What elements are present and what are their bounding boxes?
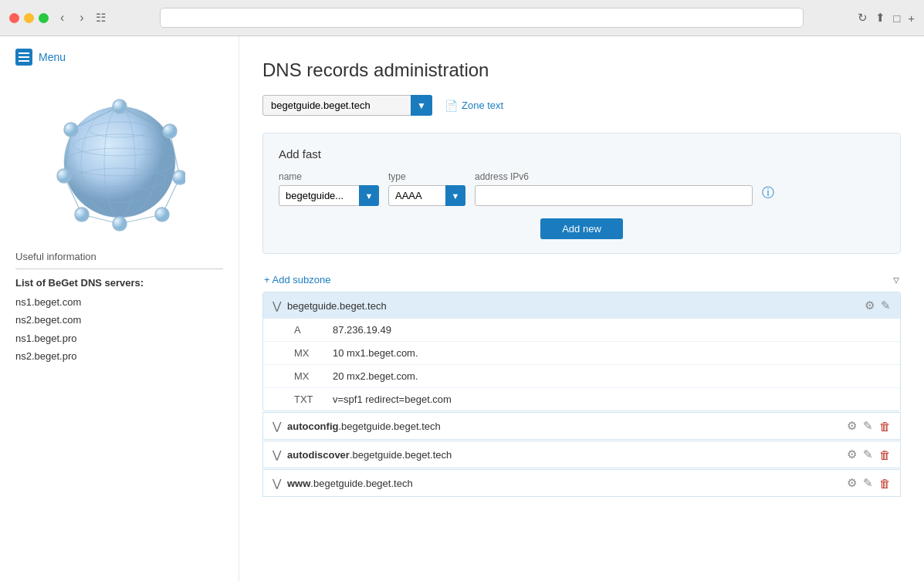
domain-select[interactable]: begetguide.beget.tech [262,95,432,116]
subzone-name-2: www.begetguide.beget.tech [287,478,413,489]
main-content: DNS records administration begetguide.be… [239,36,924,581]
tab-icon: ☷ [96,11,106,25]
subzone-suffix-0: .begetguide.beget.tech [338,421,440,432]
info-icon[interactable]: ⓘ [762,185,774,201]
subzone-actions-2: ⚙ ✎ 🗑 [847,476,891,490]
add-fast-form: name begetguide... ▼ type AAAA ▼ [279,171,885,206]
subzone-left-2: ⋁ www.begetguide.beget.tech [272,477,413,489]
address-label: address IPv6 [475,171,753,182]
type-label: type [388,171,465,182]
svg-point-18 [163,124,177,138]
window-chrome: ‹ › ☷ ↻ ⬆ □ + [0,0,924,36]
share-icon[interactable]: ⬆ [875,11,885,25]
subzone-prefix-1: autodiscover [287,449,350,461]
subzone-edit-2[interactable]: ✎ [863,476,873,490]
svg-point-20 [173,171,185,184]
menu-button[interactable]: Menu [15,49,66,66]
subzone-prefix-0: autoconfig [287,421,338,432]
add-fast-panel: Add fast name begetguide... ▼ type [262,133,901,254]
svg-point-17 [113,100,127,113]
useful-info-title: Useful information [15,251,223,262]
record-type-3: TXT [294,394,333,405]
zone-actions: ⚙ ✎ [865,299,891,312]
type-select[interactable]: AAAA [388,185,465,206]
zone-text-label: Zone text [462,100,503,111]
subzone-row-0: ⋁ autoconfig.begetguide.beget.tech ⚙ ✎ 🗑 [262,412,901,440]
fullscreen-button[interactable] [39,13,49,23]
forward-button[interactable]: › [76,9,87,26]
subzone-suffix-2: .begetguide.beget.tech [310,478,412,489]
table-row: TXT v=spf1 redirect=beget.com [263,388,900,410]
svg-point-23 [75,208,89,221]
record-type-2: MX [294,370,333,382]
record-type-0: A [294,324,333,336]
name-select[interactable]: begetguide... [279,185,379,206]
main-zone-block: ⋁ begetguide.beget.tech ⚙ ✎ A 87.236.19.… [262,292,901,411]
minimize-button[interactable] [24,13,34,23]
zone-collapse-icon[interactable]: ⋁ [272,299,281,312]
svg-point-19 [64,123,78,137]
zone-edit-icon[interactable]: ✎ [881,299,891,312]
record-value-2: 20 mx2.beget.com. [333,370,891,382]
main-zone-name: begetguide.beget.tech [287,300,387,312]
table-row: MX 10 mx1.beget.com. [263,342,900,365]
subzone-left-1: ⋁ autodiscover.begetguide.beget.tech [272,448,452,461]
address-input[interactable] [475,185,753,206]
subzone-delete-2[interactable]: 🗑 [879,477,891,490]
subzone-delete-1[interactable]: 🗑 [879,448,891,461]
subzone-row-1: ⋁ autodiscover.begetguide.beget.tech ⚙ ✎… [262,441,901,468]
zone-header: ⋁ begetguide.beget.tech ⚙ ✎ [263,292,900,319]
name-field: name begetguide... ▼ [279,171,379,206]
domain-select-wrap: begetguide.beget.tech ▼ [262,95,432,116]
back-button[interactable]: ‹ [56,9,68,26]
dns-server-4: ns2.beget.pro [15,347,223,365]
table-row: A 87.236.19.49 [263,319,900,342]
subzone-actions-0: ⚙ ✎ 🗑 [847,419,891,433]
traffic-lights [9,13,49,23]
subzone-name-0: autoconfig.begetguide.beget.tech [287,421,441,432]
subzone-settings-2[interactable]: ⚙ [847,476,857,490]
domain-row: begetguide.beget.tech ▼ 📄 Zone text [262,95,901,116]
name-select-wrap: begetguide... ▼ [279,185,379,206]
add-subzone-button[interactable]: + Add subzone [264,274,330,285]
subzone-settings-0[interactable]: ⚙ [847,419,857,433]
subzone-collapse-0[interactable]: ⋁ [272,420,281,432]
record-value-1: 10 mx1.beget.com. [333,347,891,359]
svg-point-24 [113,217,127,231]
add-fast-title: Add fast [279,147,885,160]
record-type-1: MX [294,347,333,359]
zone-settings-icon[interactable]: ⚙ [865,299,875,312]
subzone-collapse-2[interactable]: ⋁ [272,477,281,489]
close-button[interactable] [9,13,19,23]
dns-label: List of BeGet DNS servers: [15,277,223,289]
refresh-icon[interactable]: ↻ [858,11,868,25]
url-bar[interactable] [160,8,804,28]
zone-text-link[interactable]: 📄 Zone text [445,100,503,112]
subzone-name-1: autodiscover.begetguide.beget.tech [287,449,452,461]
svg-point-21 [57,169,71,183]
subzone-edit-0[interactable]: ✎ [863,419,873,433]
useful-info: Useful information List of BeGet DNS ser… [15,251,223,366]
subzone-row-2: ⋁ www.begetguide.beget.tech ⚙ ✎ 🗑 [262,469,901,497]
subzone-edit-1[interactable]: ✎ [863,448,873,461]
svg-point-22 [155,208,169,221]
add-new-button[interactable]: Add new [540,218,623,239]
name-label: name [279,171,379,182]
add-tab-icon[interactable]: + [908,12,915,25]
address-field: address IPv6 [475,171,753,206]
zone-header-left: ⋁ begetguide.beget.tech [272,299,387,312]
subzone-settings-1[interactable]: ⚙ [847,448,857,461]
subzone-delete-0[interactable]: 🗑 [879,420,891,433]
subzone-suffix-1: .begetguide.beget.tech [350,449,452,461]
record-value-3: v=spf1 redirect=beget.com [333,394,891,405]
dns-server-2: ns2.beget.com [15,311,223,329]
sidebar: Menu [0,36,239,581]
page-title: DNS records administration [262,59,901,81]
new-tab-icon[interactable]: □ [893,12,900,25]
subzone-prefix-2: www [287,478,310,489]
filter-icon[interactable]: ▿ [893,272,899,287]
subzone-collapse-1[interactable]: ⋁ [272,448,281,461]
menu-label: Menu [39,51,66,63]
hamburger-icon [15,49,32,66]
subzone-left-0: ⋁ autoconfig.begetguide.beget.tech [272,420,441,432]
